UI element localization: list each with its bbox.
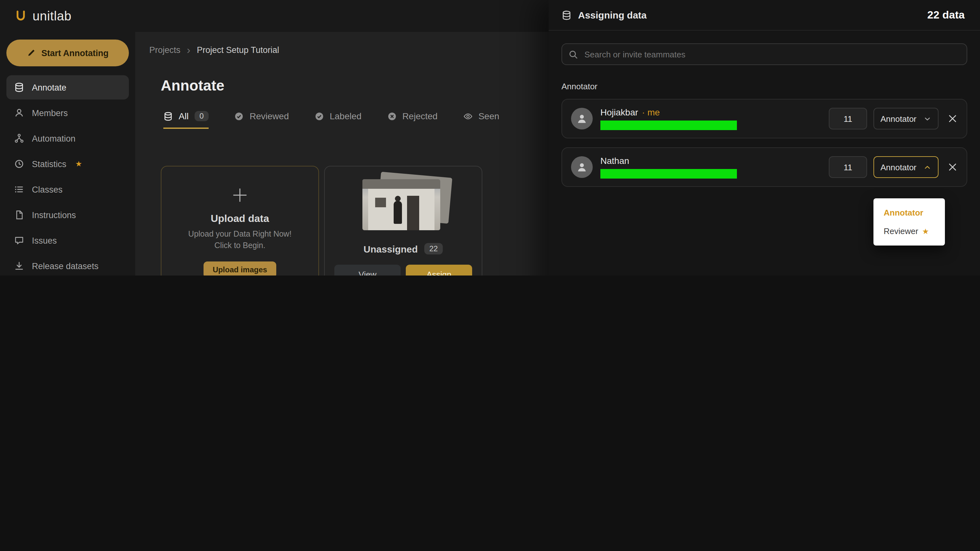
sidebar-nav: Annotate Members Automation Statistics ★… <box>6 75 129 275</box>
chevron-up-icon <box>923 163 932 171</box>
database-icon <box>163 111 173 121</box>
chevron-right-icon: › <box>187 44 191 56</box>
sidebar-item-instructions[interactable]: Instructions <box>6 203 129 227</box>
tab-label: Reviewed <box>250 111 289 121</box>
role-dropdown[interactable]: Annotator <box>873 108 939 129</box>
sidebar-item-members[interactable]: Members <box>6 101 129 125</box>
remove-member-icon[interactable] <box>947 114 958 124</box>
assigning-data-panel: Assigning data 22 data Annotator Hojiakb… <box>549 0 980 275</box>
sidebar-item-label: Statistics <box>32 159 66 169</box>
data-count-label: 22 data <box>928 9 965 21</box>
tab-count-badge: 0 <box>194 111 208 121</box>
breadcrumb-projects[interactable]: Projects <box>149 45 181 55</box>
avatar <box>571 108 593 129</box>
breadcrumb-current: Project Setup Tutorial <box>197 45 279 55</box>
sidebar-item-classes[interactable]: Classes <box>6 177 129 202</box>
thumbnail-photo <box>363 179 440 230</box>
sidebar-item-annotate[interactable]: Annotate <box>6 75 129 100</box>
check-circle-icon <box>234 111 244 121</box>
person-icon <box>14 108 24 118</box>
sidebar: Start Annotating Annotate Members Automa… <box>0 32 135 275</box>
sidebar-item-label: Issues <box>32 236 57 245</box>
member-row-nathan: Nathan Annotator <box>562 147 967 187</box>
panel-title: Assigning data <box>578 10 647 21</box>
remove-member-icon[interactable] <box>947 162 958 172</box>
premium-star-icon: ★ <box>922 227 929 236</box>
sidebar-item-label: Automation <box>32 133 76 143</box>
clock-icon <box>14 159 24 169</box>
plus-icon <box>230 185 250 205</box>
unitlab-logo-icon <box>14 9 27 23</box>
eye-icon <box>463 111 473 121</box>
member-name: Nathan <box>600 156 629 166</box>
tab-all[interactable]: All 0 <box>163 111 209 129</box>
unitlab-logo[interactable]: unitlab <box>14 9 72 23</box>
database-icon <box>562 10 572 20</box>
upload-card-title: Upload data <box>210 213 269 224</box>
tab-label: Labeled <box>329 111 361 121</box>
download-icon <box>14 261 24 271</box>
upload-data-card[interactable]: Upload data Upload your Data Right Now! … <box>161 166 319 275</box>
panel-header: Assigning data 22 data <box>549 0 980 30</box>
unassigned-card-buttons: View Assign <box>334 265 472 275</box>
me-tag: · me <box>642 107 660 118</box>
page-title: Annotate <box>161 77 549 94</box>
sidebar-item-automation[interactable]: Automation <box>6 126 129 151</box>
main-content: Projects › Project Setup Tutorial Annota… <box>135 32 549 275</box>
member-info: Nathan <box>600 156 737 179</box>
unassigned-count-badge: 22 <box>424 243 443 254</box>
unassigned-card: Unassigned 22 View Assign <box>324 166 482 275</box>
teammate-search-input[interactable] <box>583 49 960 60</box>
tab-label: Seen <box>479 111 499 121</box>
sidebar-item-label: Instructions <box>32 210 76 220</box>
tab-seen[interactable]: Seen <box>463 111 499 129</box>
x-circle-icon <box>387 111 396 121</box>
check-circle-icon <box>314 111 324 121</box>
assigned-count-input[interactable] <box>829 108 867 129</box>
sidebar-item-release-datasets[interactable]: Release datasets <box>6 254 129 275</box>
start-annotating-button[interactable]: Start Annotating <box>6 40 129 66</box>
document-icon <box>14 210 24 220</box>
top-bar: unitlab <box>0 0 549 32</box>
tab-labeled[interactable]: Labeled <box>314 111 361 129</box>
breadcrumb: Projects › Project Setup Tutorial <box>149 44 549 56</box>
sidebar-item-statistics[interactable]: Statistics ★ <box>6 152 129 176</box>
tab-label: All <box>179 111 189 121</box>
person-icon <box>576 161 588 173</box>
list-icon <box>14 184 24 195</box>
role-dropdown-value: Annotator <box>880 162 916 172</box>
sidebar-item-issues[interactable]: Issues <box>6 228 129 252</box>
tab-rejected[interactable]: Rejected <box>387 111 438 129</box>
premium-star-icon: ★ <box>75 159 82 168</box>
teammate-search <box>562 43 967 65</box>
role-dropdown-value: Annotator <box>880 114 916 124</box>
assignment-progress-bar <box>600 121 737 130</box>
status-tabs: All 0 Reviewed Labeled Rejected Seen <box>163 111 549 129</box>
person-icon <box>576 113 588 124</box>
tab-reviewed[interactable]: Reviewed <box>234 111 289 129</box>
unitlab-logo-text: unitlab <box>33 9 72 23</box>
chevron-down-icon <box>923 114 932 123</box>
sidebar-item-label: Members <box>32 108 68 118</box>
upload-card-subtitle: Upload your Data Right Now! Click to Beg… <box>188 228 291 252</box>
tab-label: Rejected <box>402 111 438 121</box>
row-controls: Annotator <box>829 108 958 129</box>
dataset-thumbnail <box>363 179 444 233</box>
member-name: Hojiakbar <box>600 107 638 118</box>
member-info: Hojiakbar · me <box>600 107 737 130</box>
pencil-icon <box>27 48 36 57</box>
sidebar-item-label: Classes <box>32 185 62 194</box>
avatar <box>571 156 593 178</box>
role-dropdown-open[interactable]: Annotator <box>873 156 939 178</box>
role-option-annotator[interactable]: Annotator <box>873 203 945 222</box>
role-option-reviewer[interactable]: Reviewer ★ <box>873 222 945 240</box>
sidebar-item-label: Annotate <box>32 83 66 92</box>
branch-icon <box>14 133 24 143</box>
view-button[interactable]: View <box>334 265 401 275</box>
row-controls: Annotator <box>829 156 958 178</box>
search-icon <box>568 49 578 59</box>
assign-button-card[interactable]: Assign <box>406 265 472 275</box>
cards-row: Upload data Upload your Data Right Now! … <box>161 166 549 275</box>
upload-images-button[interactable]: Upload images <box>204 262 276 275</box>
assigned-count-input[interactable] <box>829 156 867 178</box>
